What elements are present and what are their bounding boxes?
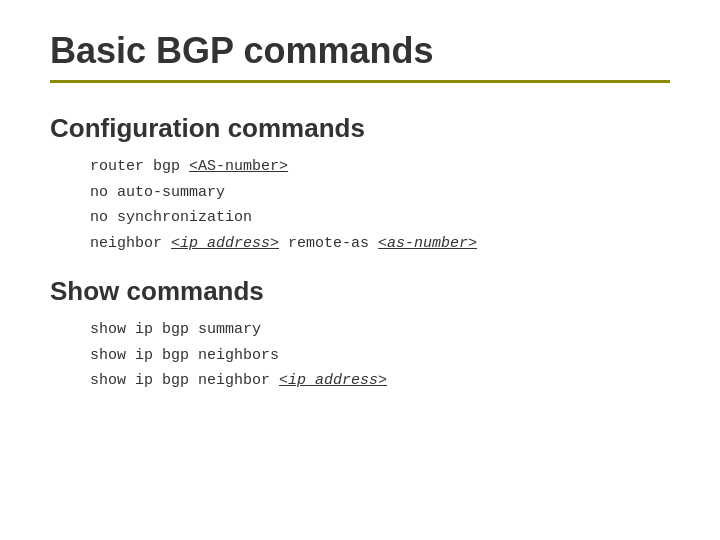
cmd-as-number-2: <as-number>: [378, 235, 477, 252]
show-summary: show ip bgp summary: [90, 317, 670, 343]
cmd-no-auto-summary: no auto-summary: [90, 180, 670, 206]
cmd-remote-as-text: remote-as: [279, 235, 378, 252]
configuration-code-block: router bgp <AS-number> no auto-summary n…: [90, 154, 670, 256]
configuration-section: Configuration commands router bgp <AS-nu…: [50, 113, 670, 256]
show-neighbors-text: show ip bgp neighbors: [90, 347, 279, 364]
content-area: Configuration commands router bgp <AS-nu…: [50, 113, 670, 394]
cmd-no-sync-text: no synchronization: [90, 209, 252, 226]
cmd-as-number: <AS-number>: [189, 158, 288, 175]
cmd-router-bgp-text: router bgp: [90, 158, 189, 175]
configuration-heading: Configuration commands: [50, 113, 670, 144]
cmd-no-synchronization: no synchronization: [90, 205, 670, 231]
slide: Basic BGP commands Configuration command…: [0, 0, 720, 540]
show-neighbor-ip: show ip bgp neighbor <ip address>: [90, 368, 670, 394]
cmd-neighbor-text: neighbor: [90, 235, 171, 252]
show-heading: Show commands: [50, 276, 670, 307]
cmd-no-auto-summary-text: no auto-summary: [90, 184, 225, 201]
cmd-router-bgp: router bgp <AS-number>: [90, 154, 670, 180]
show-ip-address: <ip address>: [279, 372, 387, 389]
slide-title: Basic BGP commands: [50, 30, 670, 83]
show-summary-text: show ip bgp summary: [90, 321, 261, 338]
show-neighbors: show ip bgp neighbors: [90, 343, 670, 369]
cmd-ip-address: <ip address>: [171, 235, 279, 252]
show-code-block: show ip bgp summary show ip bgp neighbor…: [90, 317, 670, 394]
show-section: Show commands show ip bgp summary show i…: [50, 276, 670, 394]
cmd-neighbor: neighbor <ip address> remote-as <as-numb…: [90, 231, 670, 257]
show-neighbor-ip-text: show ip bgp neighbor: [90, 372, 279, 389]
